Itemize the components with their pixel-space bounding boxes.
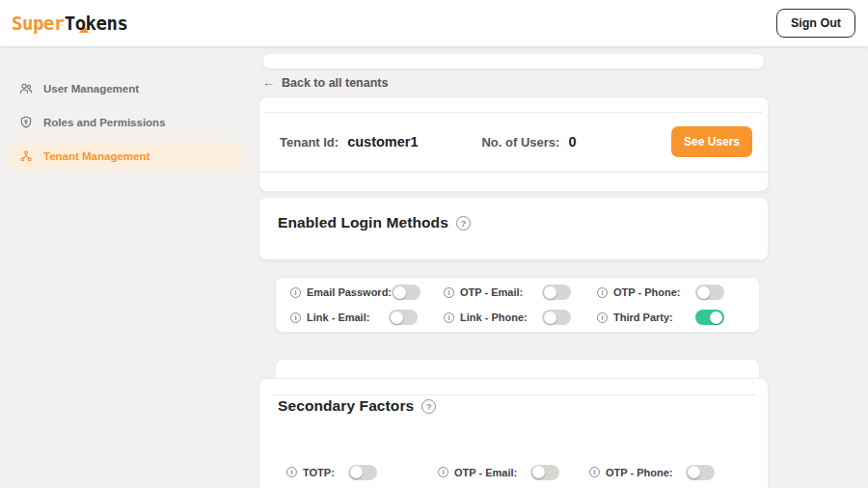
sidebar-item-label: User Management	[43, 83, 139, 95]
help-question-icon[interactable]	[421, 399, 436, 414]
switch-knob	[544, 286, 556, 299]
toggle-switch[interactable]	[542, 310, 571, 325]
toggle-link-phone: Link - Phone:	[444, 311, 571, 325]
section-heading: Enabled Login Methods	[278, 214, 749, 231]
info-icon[interactable]	[597, 287, 608, 298]
card-inner-edge	[264, 97, 763, 113]
users-icon	[18, 81, 34, 96]
tenant-id-label: Tenant Id:	[280, 135, 339, 149]
users-count-label: No. of Users:	[481, 135, 559, 149]
help-question-icon[interactable]	[456, 216, 471, 230]
switch-knob	[697, 286, 710, 299]
enabled-login-methods-title: Enabled Login Methods	[278, 214, 448, 231]
toggle-label: Link - Email:	[307, 312, 369, 323]
secondary-factors-toggle-row: TOTP: OTP - Email:	[259, 465, 768, 479]
see-users-button[interactable]: See Users	[671, 126, 752, 157]
sidebar-item-user-management[interactable]: User Management	[10, 75, 241, 102]
users-count-value: 0	[568, 134, 576, 149]
switch-knob	[350, 466, 363, 478]
login-methods-toggle-grid: Email Password: OTP - Email: OTP -	[275, 277, 760, 333]
sidebar-item-label: Roles and Permissions	[43, 117, 166, 128]
divider	[259, 172, 768, 173]
card-top-edge	[275, 359, 760, 378]
toggle-otp-email: OTP - Email:	[444, 285, 571, 300]
toggle-label: OTP - Email:	[460, 286, 523, 298]
toggle-third-party: Third Party:	[597, 311, 724, 325]
switch-knob	[544, 312, 556, 324]
toggle-label: Third Party:	[613, 312, 673, 323]
toggle-switch[interactable]	[695, 285, 724, 300]
toggle-switch[interactable]	[348, 465, 377, 480]
section-heading: Secondary Factors	[278, 397, 749, 415]
tenant-id-value: customer1	[347, 134, 418, 149]
back-arrow-icon: ←	[262, 75, 275, 90]
toggle-switch[interactable]	[392, 285, 420, 300]
info-icon[interactable]	[597, 312, 608, 323]
info-icon[interactable]	[444, 312, 454, 323]
users-count-group: No. of Users: 0	[481, 134, 576, 149]
switch-knob	[393, 286, 406, 299]
switch-knob	[710, 312, 722, 324]
toggle-switch[interactable]	[530, 465, 559, 480]
toggle-label: OTP - Phone:	[613, 286, 680, 298]
toggle-otp-email: OTP - Email:	[438, 465, 589, 479]
toggle-label: Email Password:	[307, 286, 392, 298]
info-icon[interactable]	[444, 287, 454, 298]
switch-knob	[391, 312, 403, 324]
toggle-link-email: Link - Email:	[290, 311, 418, 325]
tenant-info-row: Tenant Id: customer1 No. of Users: 0 See…	[259, 113, 768, 172]
info-icon[interactable]	[286, 467, 297, 477]
toggle-label: TOTP:	[303, 467, 335, 478]
back-to-all-tenants-link[interactable]: ← Back to all tenants	[258, 72, 769, 93]
sidebar-item-label: Tenant Management	[43, 150, 149, 162]
toggle-otp-phone: OTP - Phone:	[589, 465, 741, 479]
info-icon[interactable]	[438, 467, 448, 477]
toggle-totp: TOTP:	[286, 465, 438, 479]
info-icon[interactable]	[290, 312, 301, 323]
toggle-label: Link - Phone:	[460, 312, 528, 323]
toggle-switch[interactable]	[389, 310, 418, 325]
back-link-label: Back to all tenants	[282, 76, 388, 90]
toggle-email-password: Email Password:	[290, 285, 418, 300]
switch-knob	[532, 466, 545, 478]
sidebar: User Management Roles and Permissions Te…	[0, 46, 251, 488]
logo-text-super: Super	[12, 13, 65, 34]
toggle-otp-phone: OTP - Phone:	[597, 285, 724, 300]
toggle-switch[interactable]	[542, 285, 571, 300]
info-icon[interactable]	[290, 287, 301, 298]
sidebar-item-tenant-management[interactable]: Tenant Management	[10, 143, 241, 170]
secondary-factors-title: Secondary Factors	[278, 397, 414, 415]
top-header: SuperTokens Sign Out	[0, 0, 868, 46]
sidebar-item-roles-permissions[interactable]: Roles and Permissions	[10, 109, 241, 136]
logo-text-tokens: Tokens	[65, 13, 128, 34]
scrolled-card-edge	[262, 53, 765, 69]
toggle-switch[interactable]	[686, 465, 715, 480]
supertokens-logo: SuperTokens	[12, 13, 127, 34]
hierarchy-icon	[18, 149, 34, 164]
toggle-label: OTP - Phone:	[606, 467, 672, 478]
info-icon[interactable]	[589, 467, 600, 477]
tenant-detail-page: ← Back to all tenants Tenant Id: custome…	[258, 46, 769, 488]
divider	[271, 394, 756, 395]
shield-icon	[18, 115, 34, 130]
toggle-label: OTP - Email:	[454, 467, 517, 478]
switch-knob	[688, 466, 700, 478]
secondary-factors-card: Secondary Factors TOTP:	[258, 378, 769, 488]
tenant-info-card: Tenant Id: customer1 No. of Users: 0 See…	[258, 96, 769, 192]
enabled-login-methods-card: Enabled Login Methods	[258, 197, 769, 260]
sign-out-button[interactable]: Sign Out	[776, 9, 855, 38]
toggle-switch[interactable]	[695, 310, 724, 325]
